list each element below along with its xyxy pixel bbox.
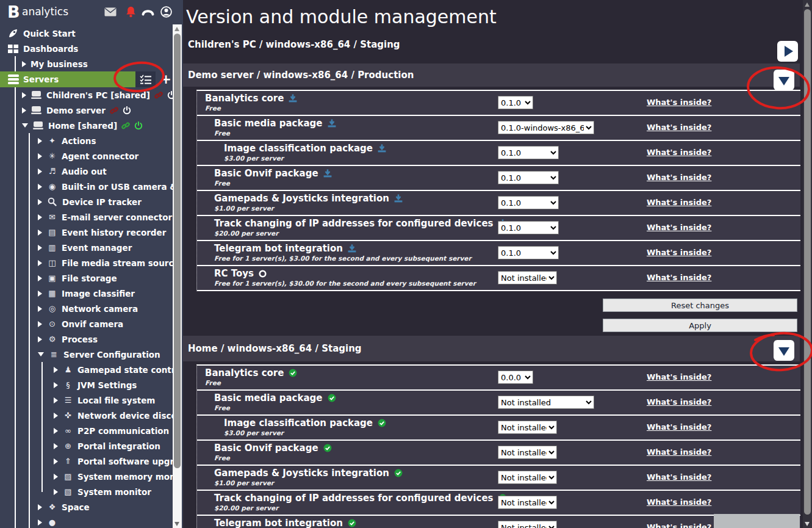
- whats-inside-link[interactable]: What's inside?: [647, 148, 711, 157]
- collapse-section-button[interactable]: [774, 340, 794, 361]
- whats-inside-link[interactable]: What's inside?: [647, 273, 711, 282]
- sidebar-item-partial[interactable]: ●: [0, 515, 173, 528]
- download-update-icon[interactable]: [323, 169, 332, 178]
- caret-right-icon[interactable]: [38, 245, 42, 251]
- caret-right-icon[interactable]: [38, 138, 42, 144]
- sidebar-item-device-ip-tracker[interactable]: Device IP tracker: [0, 194, 173, 209]
- sidebar-item-audio-out[interactable]: ♬Audio out: [0, 164, 173, 179]
- caret-right-icon[interactable]: [22, 61, 26, 67]
- sidebar-item-network-device-discovery[interactable]: ✜Network device discovery: [0, 408, 173, 423]
- whats-inside-link[interactable]: What's inside?: [647, 397, 711, 407]
- whats-inside-link[interactable]: What's inside?: [647, 198, 711, 207]
- whats-inside-link[interactable]: What's inside?: [647, 497, 711, 507]
- sidebar-item-portal-software-upgrade[interactable]: ⇑Portal software upgrade ce: [0, 454, 173, 469]
- sidebar-item-dashboards[interactable]: Dashboards: [0, 41, 173, 56]
- caret-right-icon[interactable]: [38, 230, 42, 236]
- sidebar-item-image-classifier[interactable]: ▦Image classifier: [0, 286, 173, 301]
- sidebar-item-quick-start[interactable]: Quick Start: [0, 26, 173, 41]
- version-select[interactable]: 0.1.0: [498, 196, 559, 209]
- download-update-icon[interactable]: [394, 194, 403, 203]
- version-select[interactable]: 0.1.0: [498, 171, 559, 184]
- sidebar-item-local-file-system[interactable]: ☰Local file system: [0, 392, 173, 408]
- scroll-up-arrow-icon[interactable]: [805, 2, 810, 7]
- version-select[interactable]: Not installed: [498, 421, 557, 434]
- whats-inside-link[interactable]: What's inside?: [647, 472, 711, 482]
- notifications-bell-icon[interactable]: [124, 5, 137, 18]
- main-scrollbar-thumb[interactable]: [804, 9, 811, 515]
- download-update-icon[interactable]: [378, 144, 386, 153]
- caret-right-icon[interactable]: [38, 275, 42, 281]
- sidebar-item-portal-integration[interactable]: ⊕Portal integration: [0, 438, 173, 454]
- caret-right-icon[interactable]: [38, 153, 42, 159]
- caret-right-icon[interactable]: [38, 504, 42, 510]
- version-select[interactable]: 0.1.0: [498, 96, 533, 109]
- caret-right-icon[interactable]: [54, 397, 58, 403]
- sidebar-item-jvm-settings[interactable]: §JVM Settings: [0, 377, 173, 392]
- add-server-button[interactable]: +: [157, 71, 173, 87]
- sidebar-item-p2p-communication[interactable]: ∞P2P communication: [0, 423, 173, 438]
- sidebar-item-system-memory-monitor[interactable]: ▨System memory monitor: [0, 469, 173, 484]
- version-select[interactable]: Not installed: [498, 521, 557, 528]
- caret-down-icon[interactable]: [22, 123, 28, 128]
- sidebar-item-event-manager[interactable]: ▥Event manager: [0, 240, 173, 255]
- whats-inside-link[interactable]: What's inside?: [647, 223, 711, 232]
- expand-section-button[interactable]: [777, 41, 798, 62]
- sidebar-item-onvif-camera[interactable]: ⊙Onvif camera: [0, 316, 173, 331]
- sidebar-item-space[interactable]: ❖Space: [0, 499, 173, 515]
- caret-right-icon[interactable]: [54, 382, 58, 388]
- sidebar-item-servers[interactable]: Servers +: [0, 71, 173, 87]
- whats-inside-link[interactable]: What's inside?: [647, 523, 711, 528]
- version-select[interactable]: 0.1.0: [498, 146, 559, 159]
- caret-right-icon[interactable]: [22, 107, 26, 114]
- caret-down-icon[interactable]: [38, 352, 44, 356]
- caret-right-icon[interactable]: [38, 519, 42, 526]
- power-icon[interactable]: [123, 106, 131, 115]
- power-icon[interactable]: [134, 121, 143, 130]
- caret-right-icon[interactable]: [38, 184, 42, 190]
- download-update-icon[interactable]: [328, 119, 336, 128]
- sidebar-item-childrens-pc[interactable]: Children's PC [shared]: [0, 87, 173, 103]
- scroll-down-arrow-icon[interactable]: [174, 522, 179, 526]
- account-icon[interactable]: [159, 5, 173, 18]
- version-select[interactable]: Not installed: [498, 271, 557, 284]
- whats-inside-link[interactable]: What's inside?: [647, 447, 711, 457]
- caret-right-icon[interactable]: [54, 474, 58, 480]
- caret-right-icon[interactable]: [22, 92, 26, 98]
- sidebar-item-my-business[interactable]: My business: [0, 56, 173, 71]
- caret-right-icon[interactable]: [38, 214, 42, 220]
- caret-right-icon[interactable]: [54, 443, 58, 449]
- sidebar-item-gamepad-state-controller[interactable]: ♟Gamepad state controller: [0, 362, 173, 377]
- caret-right-icon[interactable]: [54, 413, 58, 419]
- caret-right-icon[interactable]: [38, 199, 42, 205]
- sidebar-item-email-server-connector[interactable]: ✉E-mail server connector: [0, 209, 173, 225]
- apply-button[interactable]: Apply: [603, 319, 797, 332]
- sidebar-item-process[interactable]: ⚙Process: [0, 331, 173, 347]
- caret-right-icon[interactable]: [54, 489, 58, 495]
- sidebar-item-home[interactable]: Home [shared]: [0, 118, 173, 133]
- scroll-up-arrow-icon[interactable]: [174, 27, 179, 31]
- scroll-down-arrow-icon[interactable]: [805, 522, 810, 526]
- whats-inside-link[interactable]: What's inside?: [647, 173, 711, 182]
- caret-right-icon[interactable]: [38, 306, 42, 312]
- mail-icon[interactable]: [104, 5, 117, 18]
- sidebar-item-usb-camera[interactable]: ◉Built-in or USB camera & micro: [0, 179, 173, 194]
- version-select[interactable]: Not installed: [498, 446, 557, 459]
- sidebar-item-network-camera[interactable]: ◎Network camera: [0, 301, 173, 316]
- sidebar-scrollbar[interactable]: [173, 24, 182, 528]
- caret-right-icon[interactable]: [54, 367, 58, 373]
- caret-right-icon[interactable]: [54, 428, 58, 434]
- sidebar-item-file-media-stream-source[interactable]: ◫File media stream source: [0, 255, 173, 270]
- sidebar-scrollbar-thumb[interactable]: [174, 34, 181, 468]
- main-scrollbar[interactable]: [803, 0, 812, 528]
- caret-right-icon[interactable]: [38, 260, 42, 266]
- whats-inside-link[interactable]: What's inside?: [647, 248, 711, 257]
- caret-right-icon[interactable]: [38, 336, 42, 342]
- reset-changes-button[interactable]: Reset changes: [603, 298, 797, 312]
- sidebar-item-system-monitor[interactable]: ▧System monitor: [0, 484, 173, 499]
- sidebar-item-demo-server[interactable]: Demo server: [0, 103, 173, 118]
- caret-right-icon[interactable]: [38, 168, 42, 175]
- caret-right-icon[interactable]: [38, 291, 42, 297]
- power-icon[interactable]: [167, 91, 173, 99]
- download-update-icon[interactable]: [348, 244, 356, 253]
- whats-inside-link[interactable]: What's inside?: [647, 123, 711, 132]
